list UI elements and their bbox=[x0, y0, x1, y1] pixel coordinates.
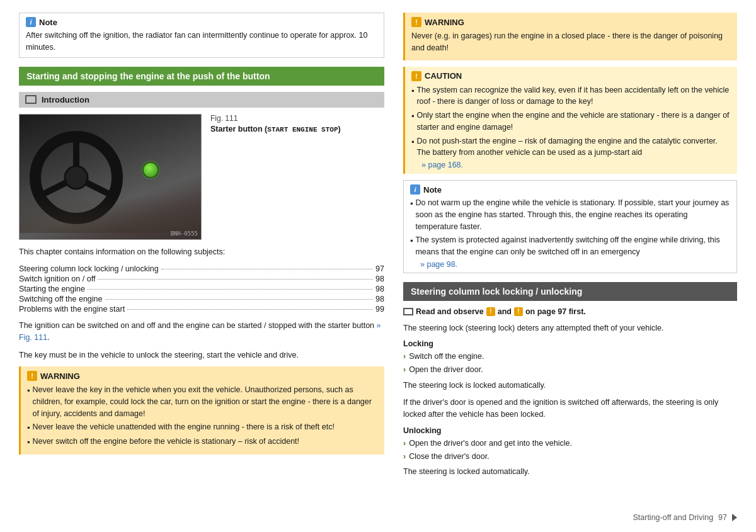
toc-row-5: Problems with the engine start 99 bbox=[19, 305, 384, 314]
note-text-top: After switching off the ignition, the ra… bbox=[26, 30, 377, 54]
footer-text: Starting-off and Driving bbox=[633, 513, 713, 522]
body-paragraph-2: The key must be in the vehicle to unlock… bbox=[19, 349, 384, 361]
fig-label: Fig. 111 bbox=[210, 114, 341, 123]
car-body bbox=[20, 195, 201, 233]
toc-row-1: Steering column lock locking / unlocking… bbox=[19, 264, 384, 273]
fig-desc: Starter button (START ENGINE STOP) bbox=[210, 125, 341, 133]
caution-title: ! CAUTION bbox=[411, 71, 731, 81]
warning-text-right: Never (e.g. in garages) run the engine i… bbox=[411, 30, 731, 54]
locking-header: Locking bbox=[403, 339, 737, 348]
warning-box-right: ! WARNING Never (e.g. in garages) run th… bbox=[403, 13, 737, 60]
observe-icon-2: ! bbox=[514, 307, 523, 316]
observe-icon-1: ! bbox=[486, 307, 495, 316]
caution-item-3: Do not push-start the engine – risk of d… bbox=[411, 135, 731, 159]
unlocking-auto-desc: The steering is locked automatically. bbox=[403, 466, 737, 478]
note-title-right: i Note bbox=[410, 184, 730, 195]
toc-intro: This chapter contains information on the… bbox=[19, 246, 384, 258]
unlocking-header: Unlocking bbox=[403, 426, 737, 435]
unlocking-step-2: › Close the driver's door. bbox=[403, 451, 737, 463]
info-icon-right: i bbox=[410, 184, 420, 195]
warning-title-left: ! WARNING bbox=[27, 371, 378, 381]
info-icon-top: i bbox=[26, 17, 36, 27]
note-item-1: Do not warm up the engine while the vehi… bbox=[410, 197, 730, 232]
warning-item-3: Never switch off the engine before the v… bbox=[27, 436, 378, 448]
warning-item-1: Never leave the key in the vehicle when … bbox=[27, 384, 378, 419]
caution-item-1: The system can recognize the valid key, … bbox=[411, 84, 731, 108]
caution-item-2: Only start the engine when the engine an… bbox=[411, 110, 731, 133]
steering-section-header: Steering column lock locking / unlocking bbox=[403, 282, 737, 301]
book-icon-observe bbox=[403, 308, 413, 315]
warning-icon-right: ! bbox=[411, 17, 421, 27]
locking-step-2: › Open the driver door. bbox=[403, 364, 737, 376]
left-column: i Note After switching off the ignition,… bbox=[19, 13, 384, 519]
image-watermark: BNH-0555 bbox=[171, 230, 198, 237]
warning-item-2: Never leave the vehicle unattended with … bbox=[27, 421, 378, 434]
caution-link[interactable]: » page 168. bbox=[421, 161, 463, 169]
footer-page: 97 bbox=[718, 513, 727, 522]
start-button-img bbox=[142, 162, 159, 178]
note-item-2: The system is protected against inadvert… bbox=[410, 234, 730, 258]
locking-detail: If the driver's door is opened and the i… bbox=[403, 397, 737, 421]
figure-row: BNH-0555 Fig. 111 Starter button (START … bbox=[19, 114, 384, 240]
intro-header: Introduction bbox=[19, 92, 384, 108]
body-paragraph-1: The ignition can be switched on and off … bbox=[19, 320, 384, 344]
toc-table: Steering column lock locking / unlocking… bbox=[19, 264, 384, 314]
steering-desc: The steering lock (steering lock) deters… bbox=[403, 322, 737, 334]
section-header-green: Starting and stopping the engine at the … bbox=[19, 67, 384, 86]
unlocking-step-1: › Open the driver's door and get into th… bbox=[403, 438, 737, 450]
right-column: ! WARNING Never (e.g. in garages) run th… bbox=[403, 13, 737, 519]
toc-row-4: Switching off the engine 98 bbox=[19, 295, 384, 303]
toc-row-2: Switch ignition on / off 98 bbox=[19, 274, 384, 283]
warning-title-right: ! WARNING bbox=[411, 17, 731, 27]
svg-point-4 bbox=[65, 166, 88, 189]
book-icon-intro bbox=[25, 95, 37, 104]
warning-icon-left: ! bbox=[27, 371, 37, 381]
car-image: BNH-0555 bbox=[19, 114, 202, 240]
note-title-top: i Note bbox=[26, 17, 377, 27]
toc-row-3: Starting the engine 98 bbox=[19, 285, 384, 293]
caution-icon: ! bbox=[411, 71, 421, 81]
note-link[interactable]: » page 98. bbox=[420, 260, 457, 269]
warning-box-left: ! WARNING Never leave the key in the veh… bbox=[19, 366, 384, 455]
note-box-top: i Note After switching off the ignition,… bbox=[19, 13, 384, 58]
note-box-right: i Note Do not warm up the engine while t… bbox=[403, 180, 737, 273]
read-observe-line: Read and observe ! and ! on page 97 firs… bbox=[403, 307, 737, 316]
locking-step-1: › Switch off the engine. bbox=[403, 351, 737, 363]
page-footer: Starting-off and Driving 97 bbox=[633, 513, 737, 522]
locking-auto-desc: The steering lock is locked automaticall… bbox=[403, 380, 737, 392]
footer-triangle-icon bbox=[732, 514, 737, 521]
image-caption: Fig. 111 Starter button (START ENGINE ST… bbox=[210, 114, 341, 133]
caution-box: ! CAUTION The system can recognize the v… bbox=[403, 67, 737, 174]
